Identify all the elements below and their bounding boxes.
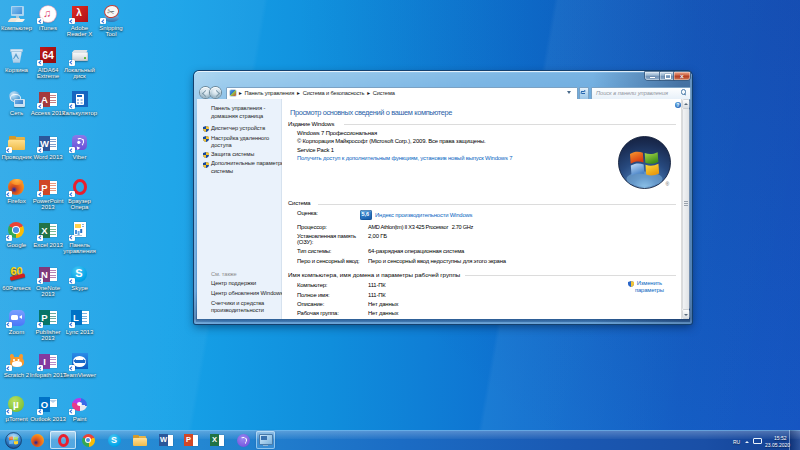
svg-text:®: ® [665, 181, 669, 187]
